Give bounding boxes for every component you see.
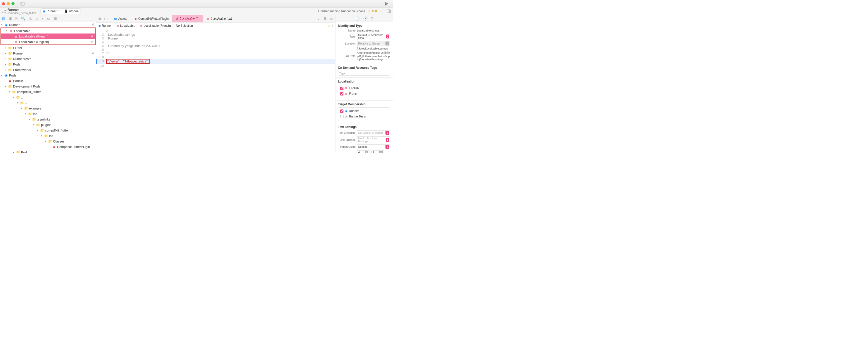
nav-localizable-en[interactable]: ≣Localizable (English)A [1, 39, 95, 44]
indent-using-select[interactable]: Spaces▴▾ [357, 144, 390, 149]
file-type-select[interactable]: Default - Localizable Strin…▴▾ [357, 33, 390, 40]
debug-nav-icon[interactable]: ▸ [42, 16, 43, 21]
nav-dev-pods[interactable]: ▾📁Development Pods [0, 83, 96, 89]
nav-compdfkit-flutter[interactable]: ▾📁compdfkit_flutter [0, 89, 96, 95]
nav-plugin-file[interactable]: ◆CompdfkitFlutterPlugin [0, 144, 96, 149]
nav-example[interactable]: ▾📁example [0, 105, 96, 111]
nav-back-icon[interactable]: ‹ [104, 17, 105, 21]
nav-ios-1[interactable]: ▾📁ios [0, 111, 96, 116]
project-navigator: ▾◉RunnerM ▾≣Localizable ≣Localizable (Fr… [0, 22, 96, 153]
location-path: fr.lproj/Localizable.strings [357, 47, 390, 50]
nav-runner-tests[interactable]: ▸📁RunnerTests [0, 56, 96, 62]
nav-dotdot-2[interactable]: ▾📁.. [0, 100, 96, 105]
nav-symlinks[interactable]: ▾📁.symlinks [0, 116, 96, 122]
identity-title: Identity and Type [338, 24, 390, 28]
help-inspector-icon[interactable]: ? [371, 16, 373, 21]
location-select[interactable]: Relative to Group▴▾ [357, 41, 390, 46]
highlight-annotation-code: "Viewer" = "Téléspectatrice"; [106, 59, 150, 64]
loc-english-row[interactable]: ≣English [339, 86, 389, 91]
nav-pod[interactable]: ▸📁Pod [0, 149, 96, 153]
loc-french-row[interactable]: ≣French [339, 92, 389, 96]
build-status: Finished running Runner on iPhone [318, 9, 365, 13]
editor-tabs: ▦ ‹ › ▦Assets ◆CompdfkitFlutterPlugin ≣L… [96, 15, 335, 23]
add-tab-button[interactable]: + [380, 9, 382, 13]
titlebar [0, 0, 393, 7]
tab-assets[interactable]: ▦Assets [111, 15, 131, 22]
nav-pods-project[interactable]: ▾◉Pods [0, 72, 96, 78]
sidebar-toggle-icon[interactable] [21, 2, 25, 6]
crumb-warn-icon[interactable]: ⚠ [328, 24, 330, 28]
nav-localizable-fr[interactable]: ≣Localizable (French)A [1, 34, 95, 39]
nav-compdfkit-flutter-2[interactable]: ▾📁compdfkit_flutter [0, 128, 96, 133]
zoom-window[interactable] [11, 2, 14, 5]
inspector-toggle-icon[interactable] [387, 9, 391, 13]
nav-frameworks[interactable]: ▸📁Frameworks [0, 67, 96, 72]
text-settings-title: Text Settings [338, 125, 390, 129]
line-endings-select[interactable]: No Explicit Line Endings▴▾ [357, 136, 390, 143]
run-button[interactable] [385, 2, 388, 6]
nav-ios-2[interactable]: ▾📁ios [0, 133, 96, 138]
svg-rect-0 [21, 2, 24, 5]
nav-podfile[interactable]: ◆Podfile [0, 78, 96, 83]
tab-localizable-en[interactable]: ≣Localizable (en) [204, 15, 236, 22]
tab-plugin[interactable]: ◆CompdfkitFlutterPlugin [131, 15, 172, 22]
file-inspector-icon[interactable]: 📄 [355, 16, 360, 21]
navigator-selector-bar: ▤ ▣ ⎘ 🔍 ⚠ ◇ ▸ ▭ ☰ [0, 15, 96, 22]
editor-options-icon[interactable]: ☰ [324, 17, 327, 21]
find-nav-icon[interactable]: 🔍 [21, 16, 25, 21]
scheme-target: Runner [46, 9, 56, 13]
report-nav-icon[interactable]: ☰ [54, 16, 57, 21]
nav-localizable-group[interactable]: ▾≣Localizable [1, 28, 95, 34]
issue-nav-icon[interactable]: ⚠ [29, 16, 32, 21]
target-tests-row[interactable]: ◎RunnerTests [339, 114, 389, 119]
code-editor[interactable]: 1/* 2 Localizable.strings 3 Runner 4 5 C… [96, 29, 335, 153]
close-window[interactable] [2, 2, 5, 5]
nav-pods-folder[interactable]: ▸📁Pods [0, 62, 96, 67]
history-inspector-icon[interactable]: 🕑 [363, 16, 368, 21]
project-nav-icon[interactable]: ▤ [2, 16, 5, 21]
window-controls [2, 2, 14, 5]
target-membership-title: Target Membership [338, 102, 390, 106]
test-nav-icon[interactable]: ◇ [35, 16, 38, 21]
nav-plugins[interactable]: ▾📁plugins [0, 122, 96, 128]
nav-dotdot-1[interactable]: ▾📁.. [0, 95, 96, 100]
target-runner-row[interactable]: ◉Runner [339, 109, 389, 113]
svg-rect-2 [387, 10, 391, 13]
tags-title: On Demand Resource Tags [338, 66, 390, 69]
tags-input[interactable] [338, 71, 390, 75]
highlight-annotation: ▾≣Localizable ≣Localizable (French)A ≣Lo… [0, 28, 96, 45]
editor-layout-icon[interactable]: ▭ [330, 17, 333, 21]
warnings-indicator[interactable]: ⚠158 [368, 9, 377, 13]
scheme-subtitle: compdfkit_demo_flutter [7, 11, 36, 14]
crumb-next-icon[interactable]: › [332, 24, 333, 28]
source-control-nav-icon[interactable]: ▣ [9, 16, 12, 21]
full-path: /Users/kdanmobile_2/项目/pdf_flutter/examp… [357, 51, 390, 61]
scheme-bar: ⎇ Runner compdfkit_demo_flutter ◉Runner〉… [0, 7, 393, 15]
branch-icon: ⎇ [2, 9, 6, 13]
editor-review-icon[interactable]: ⇄ [318, 17, 321, 21]
nav-runner[interactable]: ▸📁RunnerA [0, 50, 96, 56]
scheme-title: Runner [7, 8, 36, 11]
minimize-window[interactable] [7, 2, 10, 5]
tab-width-input[interactable]: 4▴▾ [357, 150, 369, 153]
breadcrumb[interactable]: ◉Runner〉 ≣Localizable〉 ≣Localizable (Fre… [96, 23, 335, 29]
indent-width-input[interactable]: 4▴▾ [371, 150, 384, 153]
nav-flutter[interactable]: ▸📁Flutter [0, 45, 96, 50]
nav-classes[interactable]: ▾📁Classes [0, 138, 96, 144]
localization-title: Localization [338, 80, 390, 83]
file-name-value: Localizable.strings [357, 29, 390, 32]
recent-files-icon[interactable]: ▦ [98, 17, 101, 21]
nav-forward-icon[interactable]: › [107, 17, 108, 21]
inspector: 📄 🕑 ? Identity and Type NameLocalizable.… [335, 15, 393, 153]
scheme-selector[interactable]: ◉Runner〉 📱iPhone [40, 8, 81, 14]
encoding-select[interactable]: No Explicit Encoding▴▾ [357, 130, 390, 135]
crumb-prev-icon[interactable]: ‹ [324, 24, 326, 28]
tab-localizable-fr[interactable]: ≣Localizable (fr) [172, 15, 204, 22]
nav-project-root[interactable]: ▾◉RunnerM [0, 22, 96, 28]
scheme-device: iPhone [69, 9, 79, 13]
bookmark-nav-icon[interactable]: ⎘ [16, 16, 18, 21]
breakpoint-nav-icon[interactable]: ▭ [47, 16, 50, 21]
